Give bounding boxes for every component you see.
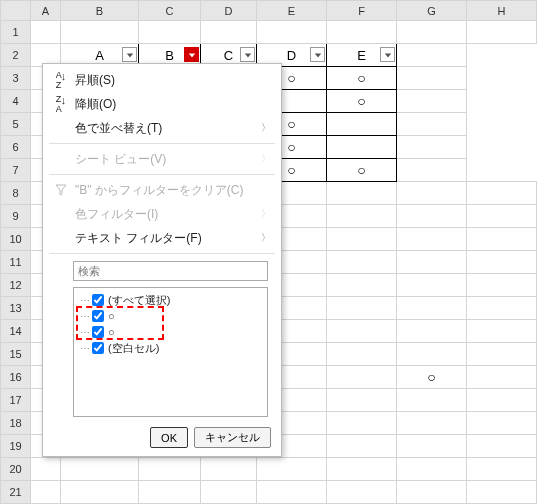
data-cell[interactable]: ○ <box>327 90 397 113</box>
checkbox[interactable] <box>92 310 104 322</box>
svg-marker-3 <box>314 53 320 57</box>
row-header[interactable]: 18 <box>1 412 31 435</box>
check-label: ○ <box>108 310 115 322</box>
checkbox[interactable] <box>92 326 104 338</box>
separator <box>49 143 275 144</box>
tree-line-icon: ⋯ <box>80 295 92 306</box>
menu-label: 降順(O) <box>71 96 271 113</box>
separator <box>49 253 275 254</box>
row-header[interactable]: 16 <box>1 366 31 389</box>
data-cell[interactable]: ○ <box>397 366 467 389</box>
filter-dropdown-icon[interactable] <box>122 47 137 62</box>
row-header[interactable]: 21 <box>1 481 31 504</box>
table-header-cell[interactable]: E <box>327 44 397 67</box>
check-label: (すべて選択) <box>108 293 170 308</box>
chevron-right-icon: 〉 <box>261 152 271 166</box>
check-blanks[interactable]: ⋯ (空白セル) <box>80 340 261 356</box>
header-label: A <box>95 48 104 63</box>
header-label: B <box>165 48 174 63</box>
sheet-view: シート ビュー(V) 〉 <box>43 147 281 171</box>
clear-filter: "B" からフィルターをクリア(C) <box>43 178 281 202</box>
header-label: D <box>287 48 296 63</box>
filter-dropdown-icon[interactable] <box>310 47 325 62</box>
data-cell[interactable]: ○ <box>327 159 397 182</box>
filter-dropdown-icon[interactable] <box>240 47 255 62</box>
menu-label: 色フィルター(I) <box>71 206 261 223</box>
row-header[interactable]: 4 <box>1 90 31 113</box>
data-cell[interactable]: ○ <box>327 67 397 90</box>
sort-desc-icon: ZA↓ <box>51 94 71 114</box>
check-select-all[interactable]: ⋯ (すべて選択) <box>80 292 261 308</box>
chevron-right-icon: 〉 <box>261 207 271 221</box>
select-all-corner[interactable] <box>1 1 31 21</box>
menu-label: "B" からフィルターをクリア(C) <box>71 182 271 199</box>
col-header[interactable]: G <box>397 1 467 21</box>
filter-search-input[interactable] <box>73 261 268 281</box>
row-header[interactable]: 13 <box>1 297 31 320</box>
data-cell[interactable] <box>327 136 397 159</box>
sort-by-color[interactable]: 色で並べ替え(T) 〉 <box>43 116 281 140</box>
data-cell[interactable] <box>327 113 397 136</box>
menu-label: 色で並べ替え(T) <box>71 120 261 137</box>
check-label: (空白セル) <box>108 341 159 356</box>
chevron-right-icon: 〉 <box>261 121 271 135</box>
checkbox[interactable] <box>92 294 104 306</box>
tree-line-icon: ⋯ <box>80 343 92 354</box>
row-header[interactable]: 20 <box>1 458 31 481</box>
row-header[interactable]: 12 <box>1 274 31 297</box>
button-row: OK キャンセル <box>43 421 281 450</box>
filter-dropdown-icon[interactable] <box>380 47 395 62</box>
row-header[interactable]: 10 <box>1 228 31 251</box>
separator <box>49 174 275 175</box>
col-header[interactable]: C <box>139 1 201 21</box>
col-header[interactable]: E <box>257 1 327 21</box>
svg-marker-0 <box>126 53 132 57</box>
check-item[interactable]: ⋯ ○ <box>80 308 261 324</box>
sort-descending[interactable]: ZA↓ 降順(O) <box>43 92 281 116</box>
chevron-right-icon: 〉 <box>261 231 271 245</box>
col-header[interactable]: A <box>31 1 61 21</box>
row-header[interactable]: 5 <box>1 113 31 136</box>
ok-button[interactable]: OK <box>150 427 188 448</box>
svg-marker-1 <box>188 53 194 57</box>
tree-line-icon: ⋯ <box>80 311 92 322</box>
svg-marker-4 <box>384 53 390 57</box>
row-header[interactable]: 14 <box>1 320 31 343</box>
row-header[interactable]: 17 <box>1 389 31 412</box>
cancel-button[interactable]: キャンセル <box>194 427 271 448</box>
menu-label: テキスト フィルター(F) <box>71 230 261 247</box>
row-header[interactable]: 3 <box>1 67 31 90</box>
col-header[interactable]: H <box>467 1 537 21</box>
checkbox[interactable] <box>92 342 104 354</box>
header-label: E <box>357 48 366 63</box>
row-header[interactable]: 15 <box>1 343 31 366</box>
menu-label: 昇順(S) <box>71 72 271 89</box>
menu-label: シート ビュー(V) <box>71 151 261 168</box>
row-header[interactable]: 8 <box>1 182 31 205</box>
col-header[interactable]: F <box>327 1 397 21</box>
col-header[interactable]: D <box>201 1 257 21</box>
check-item[interactable]: ⋯ ○ <box>80 324 261 340</box>
filter-dropdown-icon[interactable] <box>184 47 199 62</box>
row-header[interactable]: 19 <box>1 435 31 458</box>
row-header[interactable]: 1 <box>1 21 31 44</box>
check-label: ○ <box>108 326 115 338</box>
col-header[interactable]: B <box>61 1 139 21</box>
funnel-icon <box>51 183 71 197</box>
row-header[interactable]: 9 <box>1 205 31 228</box>
filter-menu: AZ↓ 昇順(S) ZA↓ 降順(O) 色で並べ替え(T) 〉 シート ビュー(… <box>42 63 282 457</box>
row-header[interactable]: 2 <box>1 44 31 67</box>
row-header[interactable]: 7 <box>1 159 31 182</box>
svg-marker-2 <box>244 53 250 57</box>
color-filter: 色フィルター(I) 〉 <box>43 202 281 226</box>
row-header[interactable]: 11 <box>1 251 31 274</box>
sort-ascending[interactable]: AZ↓ 昇順(S) <box>43 68 281 92</box>
tree-line-icon: ⋯ <box>80 327 92 338</box>
filter-checklist[interactable]: ⋯ (すべて選択) ⋯ ○ ⋯ ○ ⋯ (空白セル) <box>73 287 268 417</box>
row-header[interactable]: 6 <box>1 136 31 159</box>
header-label: C <box>224 48 233 63</box>
text-filter[interactable]: テキスト フィルター(F) 〉 <box>43 226 281 250</box>
sort-asc-icon: AZ↓ <box>51 70 71 90</box>
